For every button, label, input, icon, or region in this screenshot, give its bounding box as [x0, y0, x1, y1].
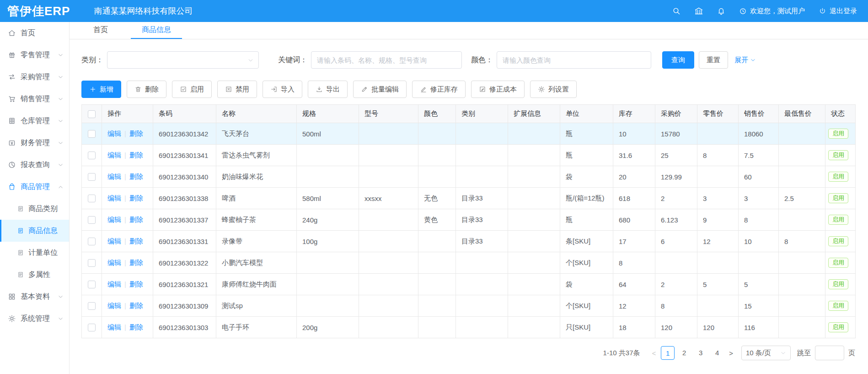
bank-icon[interactable] — [694, 6, 703, 16]
delete-link[interactable]: 删除 — [129, 323, 143, 331]
sidebar-item[interactable]: 报表查询 — [0, 154, 69, 176]
edit-link[interactable]: 编辑 — [107, 194, 121, 202]
row-checkbox[interactable] — [88, 152, 96, 159]
tab[interactable]: 商品信息 — [131, 22, 182, 39]
category-select[interactable] — [107, 51, 259, 69]
delete-link[interactable]: 删除 — [129, 237, 143, 245]
edit-link[interactable]: 编辑 — [107, 173, 121, 180]
status-badge: 启用 — [828, 172, 848, 182]
search-button[interactable]: 查询 — [662, 51, 694, 69]
cell-spec: 240g — [297, 209, 359, 231]
edit-link[interactable]: 编辑 — [107, 302, 121, 309]
sidebar-item[interactable]: 销售管理 — [0, 88, 69, 110]
row-checkbox[interactable] — [88, 281, 96, 288]
cell-category — [456, 123, 508, 145]
doc-icon — [17, 227, 24, 234]
delete-link[interactable]: 删除 — [129, 130, 143, 137]
edit-link[interactable]: 编辑 — [107, 216, 121, 223]
cell-actions: 编辑|删除 — [102, 123, 153, 145]
sidebar-subitem[interactable]: 商品信息 — [0, 220, 69, 242]
status-badge: 启用 — [828, 129, 848, 139]
search-icon[interactable] — [672, 6, 681, 16]
row-checkbox[interactable] — [88, 216, 96, 224]
reset-button[interactable]: 重置 — [699, 51, 728, 69]
row-checkbox[interactable] — [88, 259, 96, 267]
disable-button[interactable]: 禁用 — [217, 81, 257, 98]
keyword-input[interactable] — [311, 51, 462, 69]
expand-link[interactable]: 展开 — [734, 56, 756, 65]
edit-link[interactable]: 编辑 — [107, 323, 121, 331]
cell-unit: 瓶 — [560, 145, 613, 166]
cell-unit: 袋 — [560, 166, 613, 188]
delete-button[interactable]: 删除 — [127, 81, 166, 98]
row-checkbox[interactable] — [88, 238, 96, 245]
fix-cost-button[interactable]: 修正成本 — [471, 81, 525, 98]
delete-link[interactable]: 删除 — [129, 151, 143, 159]
delete-link[interactable]: 删除 — [129, 216, 143, 223]
fix-stock-button[interactable]: 修正库存 — [412, 81, 466, 98]
sidebar-subitem[interactable]: 多属性 — [0, 264, 69, 286]
row-checkbox[interactable] — [88, 302, 96, 310]
row-checkbox-cell — [82, 188, 102, 209]
page-size-select[interactable]: 10 条/页 — [741, 346, 791, 360]
edit-link[interactable]: 编辑 — [107, 259, 121, 266]
row-checkbox[interactable] — [88, 173, 96, 181]
edit-link[interactable]: 编辑 — [107, 151, 121, 159]
color-input[interactable] — [497, 51, 651, 69]
import-button[interactable]: 导入 — [263, 81, 302, 98]
delete-link[interactable]: 删除 — [129, 302, 143, 309]
next-page-button[interactable]: > — [725, 349, 737, 357]
status-badge: 启用 — [828, 150, 848, 161]
jump-page-input[interactable] — [815, 346, 844, 360]
delete-link[interactable]: 删除 — [129, 173, 143, 180]
sidebar-item[interactable]: 采购管理 — [0, 66, 69, 88]
add-button[interactable]: 新增 — [81, 81, 121, 98]
page-number[interactable]: 4 — [710, 346, 724, 360]
cell-barcode: 6901236301322 — [153, 252, 216, 274]
welcome-user[interactable]: 欢迎您，测试用户 — [739, 7, 805, 16]
sidebar-item[interactable]: 财务管理 — [0, 132, 69, 154]
column-header: 销售价 — [739, 105, 779, 123]
delete-link[interactable]: 删除 — [129, 259, 143, 266]
delete-link[interactable]: 删除 — [129, 280, 143, 288]
chevron-down-icon — [58, 52, 64, 58]
doc-icon — [17, 249, 24, 256]
header-actions: 欢迎您，测试用户 退出登录 — [672, 6, 868, 16]
sidebar-item[interactable]: 零售管理 — [0, 44, 69, 66]
sidebar-subitem[interactable]: 计量单位 — [0, 242, 69, 264]
prev-page-button[interactable]: < — [648, 349, 659, 357]
link-separator: | — [124, 280, 126, 288]
edit-link[interactable]: 编辑 — [107, 130, 121, 137]
edit-link[interactable]: 编辑 — [107, 237, 121, 245]
export-button[interactable]: 导出 — [308, 81, 348, 98]
status-badge: 启用 — [828, 236, 848, 247]
sidebar-item[interactable]: 商品管理 — [0, 176, 69, 198]
column-settings-button[interactable]: 列设置 — [530, 81, 577, 98]
page-number[interactable]: 1 — [661, 346, 675, 360]
sidebar-item[interactable]: 首页 — [0, 22, 69, 44]
goods-icon — [8, 183, 16, 191]
page-number[interactable]: 3 — [694, 346, 707, 360]
row-checkbox[interactable] — [88, 195, 96, 202]
sidebar-item[interactable]: 基本资料 — [0, 286, 69, 308]
cell-status: 启用 — [825, 166, 856, 188]
enable-button[interactable]: 启用 — [172, 81, 212, 98]
cell-model — [359, 209, 418, 231]
row-checkbox[interactable] — [88, 130, 96, 138]
sidebar-subitem[interactable]: 商品类别 — [0, 198, 69, 220]
table-row: 编辑|删除6901236301341雷达杀虫气雾剂瓶31.62587.5启用 — [82, 145, 856, 166]
table-row: 编辑|删除6901236301342飞天茅台500ml瓶101578018060… — [82, 123, 856, 145]
row-checkbox[interactable] — [88, 324, 96, 331]
logout-button[interactable]: 退出登录 — [819, 7, 857, 16]
tab[interactable]: 首页 — [82, 22, 119, 39]
select-all-checkbox[interactable] — [88, 110, 96, 118]
bell-icon[interactable] — [717, 6, 726, 16]
sidebar-item[interactable]: 仓库管理 — [0, 110, 69, 132]
cell-category: 目录33 — [456, 231, 508, 252]
sidebar-item[interactable]: 系统管理 — [0, 308, 69, 330]
page-number[interactable]: 2 — [677, 346, 691, 360]
page-unit-label: 页 — [848, 349, 855, 358]
delete-link[interactable]: 删除 — [129, 194, 143, 202]
edit-link[interactable]: 编辑 — [107, 280, 121, 288]
batch-edit-button[interactable]: 批量编辑 — [353, 81, 407, 98]
